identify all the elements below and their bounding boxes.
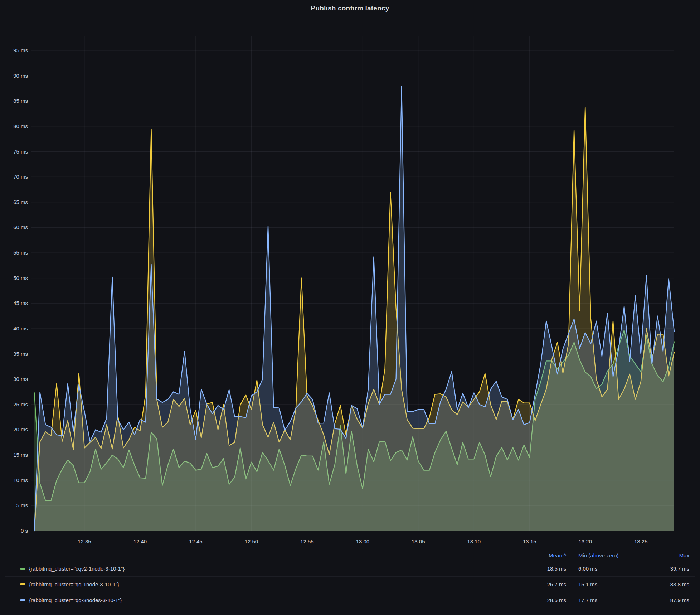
x-axis-tick-label: 12:40 [133,538,147,544]
y-axis-tick-label: 75 ms [13,149,28,155]
sort-ascending-icon: ^ [564,552,566,558]
y-axis-tick-label: 30 ms [13,376,28,382]
stat-min-above-zero: 6.00 ms [566,566,648,572]
series-toggle[interactable]: {rabbitmq_cluster="qq-1node-3-10-1"} [5,581,523,587]
stat-max: 39.7 ms [648,566,695,572]
y-axis-tick-label: 10 ms [13,477,28,483]
grafana-panel: Publish confirm latency 0 s5 ms10 ms15 m… [0,0,700,615]
latency-time-series-chart[interactable]: 0 s5 ms10 ms15 ms20 ms25 ms30 ms35 ms40 … [0,0,700,615]
y-axis-tick-label: 45 ms [13,300,28,306]
x-axis-tick-label: 12:55 [300,538,314,544]
series-toggle[interactable]: {rabbitmq_cluster="qq-3nodes-3-10-1"} [5,597,523,603]
x-axis-tick-label: 13:00 [356,538,370,544]
y-axis-tick-label: 15 ms [13,452,28,458]
legend-rows: {rabbitmq_cluster="cqv2-1node-3-10-1"}18… [5,561,695,608]
legend-row: {rabbitmq_cluster="qq-3nodes-3-10-1"}28.… [5,592,695,608]
legend-row: {rabbitmq_cluster="qq-1node-3-10-1"}26.7… [5,577,695,592]
legend-header-row: Mean ^ Min (above zero) Max [5,550,695,561]
stat-max: 83.8 ms [648,581,695,587]
series-toggle[interactable]: {rabbitmq_cluster="cqv2-1node-3-10-1"} [5,566,523,572]
y-axis-tick-label: 25 ms [13,401,28,407]
y-axis-tick-label: 35 ms [13,351,28,357]
y-axis-tick-label: 70 ms [13,174,28,180]
series-color-swatch-icon [20,583,25,585]
x-axis-tick-label: 12:50 [245,538,258,544]
series-color-swatch-icon [20,568,25,570]
y-axis-tick-label: 5 ms [16,502,28,508]
x-axis-tick-label: 13:10 [467,538,481,544]
y-axis-tick-label: 40 ms [13,325,28,331]
x-axis-tick-label: 13:20 [578,538,592,544]
series-label: {rabbitmq_cluster="qq-3nodes-3-10-1"} [29,597,122,603]
y-axis-tick-label: 95 ms [13,47,28,53]
stat-mean: 18.5 ms [523,566,566,572]
legend-sort-max[interactable]: Max [648,552,695,558]
y-axis-tick-label: 20 ms [13,426,28,432]
stat-min-above-zero: 17.7 ms [566,597,648,603]
y-axis-tick-label: 50 ms [13,275,28,281]
series-label: {rabbitmq_cluster="qq-1node-3-10-1"} [29,581,119,587]
x-axis-tick-label: 13:05 [412,538,425,544]
mean-header-label: Mean [549,552,562,558]
x-axis-tick-label: 12:35 [78,538,91,544]
x-axis-tick-label: 13:15 [523,538,536,544]
stat-mean: 28.5 ms [523,597,566,603]
y-axis-tick-label: 60 ms [13,224,28,230]
series-color-swatch-icon [20,599,25,601]
legend-table: Mean ^ Min (above zero) Max {rabbitmq_cl… [5,550,695,608]
y-axis-tick-label: 85 ms [13,98,28,104]
legend-sort-min[interactable]: Min (above zero) [566,552,648,558]
legend-sort-mean[interactable]: Mean ^ [523,552,566,558]
y-axis-tick-label: 65 ms [13,199,28,205]
series-label: {rabbitmq_cluster="cqv2-1node-3-10-1"} [29,566,125,572]
stat-max: 87.9 ms [648,597,695,603]
y-axis-tick-label: 90 ms [13,73,28,79]
stat-min-above-zero: 15.1 ms [566,581,648,587]
x-axis-tick-label: 12:45 [189,538,203,544]
x-axis-tick-label: 13:25 [634,538,648,544]
legend-row: {rabbitmq_cluster="cqv2-1node-3-10-1"}18… [5,561,695,577]
stat-mean: 26.7 ms [523,581,566,587]
y-axis-tick-label: 0 s [21,528,28,534]
y-axis-tick-label: 55 ms [13,250,28,256]
y-axis-tick-label: 80 ms [13,123,28,129]
